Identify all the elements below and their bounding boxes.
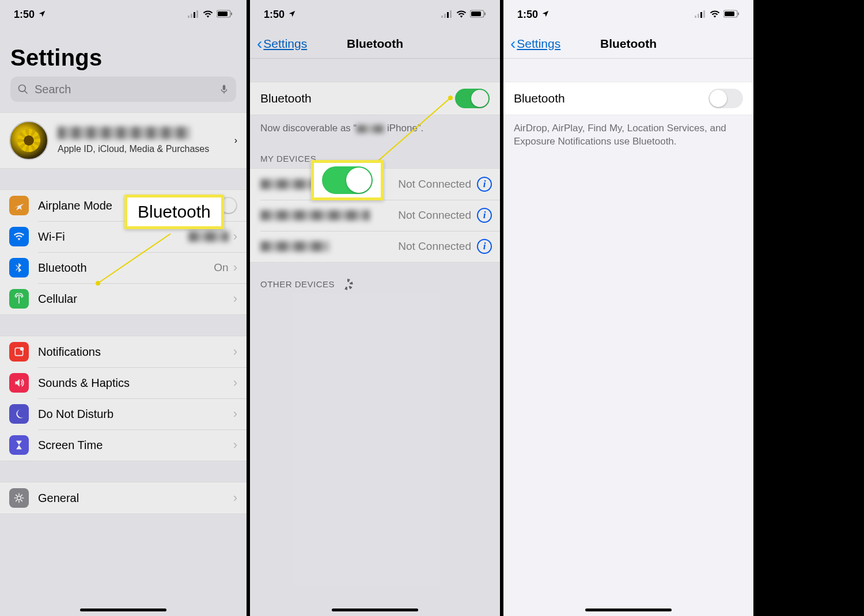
row-bluetooth[interactable]: Bluetooth On › (0, 252, 247, 283)
device-status: Not Connected (398, 178, 471, 191)
svg-point-12 (20, 347, 24, 351)
chevron-left-icon: ‹ (510, 36, 516, 52)
svg-rect-17 (450, 10, 452, 18)
bluetooth-toggle[interactable] (708, 89, 743, 108)
my-devices-header: MY DEVICES (250, 139, 500, 168)
chevron-left-icon: ‹ (257, 36, 262, 52)
status-bar: 1:50 (503, 0, 753, 29)
device-row[interactable]: Not Connected i (250, 200, 500, 231)
row-value: On (214, 261, 228, 274)
chevron-right-icon: › (233, 344, 237, 359)
svg-rect-23 (700, 12, 702, 18)
svg-point-13 (17, 496, 21, 500)
apple-id-row[interactable]: Apple ID, iCloud, Media & Purchases › (0, 113, 247, 168)
home-indicator[interactable] (332, 609, 418, 611)
nav-bar: ‹ Settings Bluetooth (503, 29, 753, 59)
wifi-icon (456, 9, 467, 21)
chevron-right-icon: › (233, 229, 237, 244)
svg-rect-1 (191, 14, 192, 18)
row-screen-time[interactable]: Screen Time › (0, 429, 247, 461)
search-placeholder: Search (35, 83, 213, 96)
row-label: Bluetooth (38, 261, 214, 275)
row-airplane-mode[interactable]: Airplane Mode (0, 190, 247, 221)
row-label: Notifications (38, 345, 233, 359)
svg-rect-0 (188, 16, 190, 18)
profile-subtitle: Apple ID, iCloud, Media & Purchases (58, 144, 225, 154)
row-label: Wi-Fi (38, 230, 188, 244)
page-title: Settings (0, 29, 247, 77)
discoverable-text: Now discoverable as “ iPhone”. (250, 115, 500, 139)
chevron-right-icon: › (233, 406, 237, 421)
svg-rect-6 (231, 12, 232, 15)
info-icon[interactable]: i (477, 177, 492, 192)
svg-line-8 (25, 91, 28, 94)
row-notifications[interactable]: Notifications › (0, 336, 247, 367)
chevron-right-icon: › (234, 135, 237, 146)
screen-bluetooth-on: 1:50 ‹ Settings Bluetooth Bluetooth Now … (250, 0, 500, 616)
home-indicator[interactable] (80, 609, 166, 611)
battery-icon (470, 9, 486, 21)
bluetooth-off-helper: AirDrop, AirPlay, Find My, Location Serv… (503, 115, 753, 152)
device-name-redacted (260, 179, 347, 189)
row-cellular[interactable]: Cellular › (0, 283, 247, 314)
screen-bluetooth-off: 1:50 ‹ Settings Bluetooth Bluetooth AirD… (503, 0, 753, 616)
mic-icon[interactable] (219, 82, 229, 96)
status-time: 1:50 (264, 9, 285, 21)
back-label: Settings (517, 37, 560, 51)
info-icon[interactable]: i (477, 239, 492, 254)
moon-icon (9, 404, 29, 424)
chevron-right-icon: › (233, 291, 237, 306)
bluetooth-toggle[interactable] (455, 89, 490, 108)
info-icon[interactable]: i (477, 208, 492, 223)
cell-signal-icon (188, 9, 199, 21)
chevron-right-icon: › (233, 490, 237, 505)
back-label: Settings (263, 37, 307, 51)
device-name-redacted (260, 210, 370, 220)
svg-rect-2 (194, 12, 195, 18)
airplane-icon (9, 196, 29, 215)
spinner-icon (342, 279, 353, 290)
row-do-not-disturb[interactable]: Do Not Disturb › (0, 398, 247, 429)
avatar (9, 121, 48, 160)
back-button[interactable]: ‹ Settings (510, 36, 560, 52)
device-row[interactable]: Not Connected i (250, 169, 500, 200)
row-label: Cellular (38, 292, 233, 306)
nav-bar: ‹ Settings Bluetooth (250, 29, 500, 59)
svg-rect-16 (447, 12, 449, 18)
svg-rect-27 (738, 12, 739, 15)
device-status: Not Connected (398, 240, 471, 253)
row-label: Do Not Disturb (38, 408, 233, 421)
sounds-icon (9, 373, 29, 393)
hourglass-icon (9, 435, 29, 455)
svg-rect-22 (698, 14, 699, 18)
device-row[interactable]: Not Connected i (250, 231, 500, 262)
home-indicator[interactable] (585, 609, 672, 611)
status-bar: 1:50 (0, 0, 247, 29)
status-time: 1:50 (517, 9, 538, 21)
svg-rect-19 (471, 12, 481, 16)
screen-settings-root: 1:50 Settings Sear (0, 0, 247, 616)
chevron-right-icon: › (233, 375, 237, 390)
location-arrow-icon (541, 9, 550, 21)
status-time: 1:50 (14, 9, 35, 21)
svg-rect-3 (196, 10, 198, 18)
notifications-icon (9, 342, 29, 362)
search-input[interactable]: Search (10, 77, 236, 102)
cellular-icon (9, 289, 29, 309)
bluetooth-label: Bluetooth (514, 92, 565, 105)
back-button[interactable]: ‹ Settings (257, 36, 307, 52)
airplane-toggle[interactable] (209, 197, 237, 214)
row-general[interactable]: General › (0, 482, 247, 514)
wifi-value-redacted (188, 231, 229, 242)
row-wifi[interactable]: Wi-Fi › (0, 221, 247, 252)
other-devices-header: OTHER DEVICES (250, 263, 500, 295)
wifi-settings-icon (9, 227, 29, 246)
row-sounds[interactable]: Sounds & Haptics › (0, 367, 247, 398)
device-status: Not Connected (398, 209, 471, 222)
svg-rect-14 (441, 16, 443, 18)
svg-rect-26 (725, 12, 734, 16)
svg-rect-24 (703, 10, 705, 18)
gear-icon (9, 488, 29, 508)
cell-signal-icon (695, 9, 706, 21)
svg-rect-21 (695, 16, 696, 18)
